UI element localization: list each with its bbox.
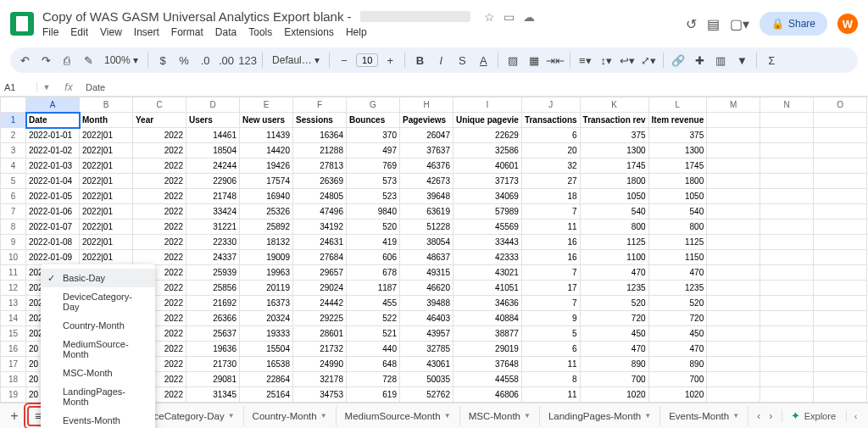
sheet-menu-item[interactable]: MediumSource-Month	[41, 335, 155, 364]
tab-caret-icon[interactable]: ▼	[732, 412, 739, 420]
cell[interactable]: 43021	[453, 265, 522, 281]
cell[interactable]: 2022	[133, 204, 186, 220]
col-header-H[interactable]: H	[400, 97, 453, 113]
header-cell[interactable]	[707, 113, 760, 128]
col-header-O[interactable]: O	[814, 97, 867, 113]
cell[interactable]	[707, 387, 760, 403]
col-header-E[interactable]: E	[240, 97, 293, 113]
sheet-prev-icon[interactable]: ‹	[757, 409, 760, 422]
cell[interactable]	[814, 174, 867, 189]
row-header[interactable]: 14	[1, 311, 26, 326]
cell[interactable]: 26047	[400, 128, 453, 143]
cell[interactable]: 38877	[453, 326, 522, 342]
cell[interactable]: 470	[580, 342, 648, 357]
cell[interactable]: 32586	[453, 143, 522, 158]
cell[interactable]: 470	[648, 265, 707, 281]
col-header-C[interactable]: C	[133, 97, 186, 113]
link-icon[interactable]: 🔗	[669, 51, 687, 69]
cell[interactable]: 48637	[400, 250, 453, 265]
cell[interactable]: 7	[521, 296, 580, 311]
cell[interactable]: 46620	[400, 281, 453, 296]
cell[interactable]: 720	[648, 311, 707, 326]
cell[interactable]: 47496	[293, 204, 347, 220]
cell[interactable]: 1300	[648, 143, 707, 158]
cell[interactable]: 1187	[347, 281, 400, 296]
cell[interactable]: 1125	[648, 235, 707, 250]
cell[interactable]: 7	[521, 204, 580, 220]
cell[interactable]: 42673	[400, 174, 453, 189]
cell[interactable]: 16538	[240, 357, 293, 372]
cell[interactable]: 22864	[240, 372, 293, 387]
cell[interactable]: 15504	[240, 342, 293, 357]
formula-input[interactable]: Date	[81, 82, 868, 92]
currency-icon[interactable]: $	[153, 51, 172, 69]
tab-caret-icon[interactable]: ▼	[524, 412, 531, 420]
cell[interactable]	[760, 326, 814, 342]
print-icon[interactable]: ⎙	[58, 51, 76, 69]
sheet-menu-item[interactable]: Events-Month	[41, 411, 155, 428]
cell[interactable]: 1800	[580, 174, 648, 189]
menu-file[interactable]: File	[42, 26, 58, 38]
cell[interactable]: 25164	[240, 387, 293, 403]
cell[interactable]: 32178	[293, 372, 347, 387]
sheet-list-menu[interactable]: Basic-DayDeviceCategory-DayCountry-Month…	[41, 264, 155, 428]
cell[interactable]	[760, 189, 814, 204]
sheet-menu-item[interactable]: LandingPages-Month	[41, 382, 155, 411]
cell[interactable]: 31345	[186, 387, 240, 403]
cell[interactable]: 2022|01	[80, 235, 133, 250]
cell[interactable]	[760, 357, 814, 372]
row-header[interactable]: 15	[1, 326, 26, 342]
cell[interactable]: 17574	[240, 174, 293, 189]
cell[interactable]: 27684	[293, 250, 347, 265]
avatar[interactable]: W	[837, 14, 858, 34]
cell[interactable]: 16940	[240, 189, 293, 204]
cell[interactable]	[707, 143, 760, 158]
cell[interactable]: 31221	[186, 220, 240, 235]
row-header[interactable]: 5	[1, 174, 26, 189]
cell[interactable]: 2022	[133, 158, 186, 174]
col-header-N[interactable]: N	[760, 97, 814, 113]
cell[interactable]: 20	[521, 143, 580, 158]
header-cell[interactable]: New users	[240, 113, 293, 128]
cell[interactable]: 51228	[400, 220, 453, 235]
cell[interactable]	[707, 296, 760, 311]
cell[interactable]: 2022-01-03	[26, 158, 80, 174]
cell[interactable]: 39648	[400, 189, 453, 204]
bold-icon[interactable]: B	[410, 51, 429, 69]
cell[interactable]: 2022|01	[80, 143, 133, 158]
row-header[interactable]: 13	[1, 296, 26, 311]
sheet-tab[interactable]: MediumSource-Month▼	[337, 406, 460, 426]
cell[interactable]	[760, 174, 814, 189]
cell[interactable]: 497	[347, 143, 400, 158]
header-cell[interactable]: Sessions	[293, 113, 347, 128]
cell[interactable]: 37173	[453, 174, 522, 189]
cell[interactable]: 33443	[453, 235, 522, 250]
cell[interactable]: 20119	[240, 281, 293, 296]
star-icon[interactable]: ☆	[484, 10, 495, 24]
cell[interactable]: 19009	[240, 250, 293, 265]
row-header[interactable]: 6	[1, 189, 26, 204]
cell[interactable]: 14420	[240, 143, 293, 158]
undo-icon[interactable]: ↶	[15, 51, 34, 69]
row-header[interactable]: 3	[1, 143, 26, 158]
font-select[interactable]: Defaul… ▾	[268, 54, 324, 66]
row-header[interactable]: 11	[1, 265, 26, 281]
cell[interactable]: 45569	[453, 220, 522, 235]
cell[interactable]: 455	[347, 296, 400, 311]
cell[interactable]: 21288	[293, 143, 347, 158]
zoom-select[interactable]: 100% ▾	[100, 54, 142, 66]
cell[interactable]: 769	[347, 158, 400, 174]
col-header-A[interactable]: A	[26, 97, 80, 113]
cell[interactable]: 2022	[133, 220, 186, 235]
header-cell[interactable]: Transaction rev	[580, 113, 648, 128]
cell[interactable]: 16373	[240, 296, 293, 311]
cell[interactable]: 6	[521, 128, 580, 143]
cell[interactable]	[814, 128, 867, 143]
header-cell[interactable]: Date	[26, 113, 80, 128]
cell[interactable]: 2022-01-09	[26, 250, 80, 265]
cell[interactable]: 1745	[580, 158, 648, 174]
cell[interactable]: 22629	[453, 128, 522, 143]
cell[interactable]: 728	[347, 372, 400, 387]
col-header-G[interactable]: G	[347, 97, 400, 113]
cell[interactable]: 43957	[400, 326, 453, 342]
